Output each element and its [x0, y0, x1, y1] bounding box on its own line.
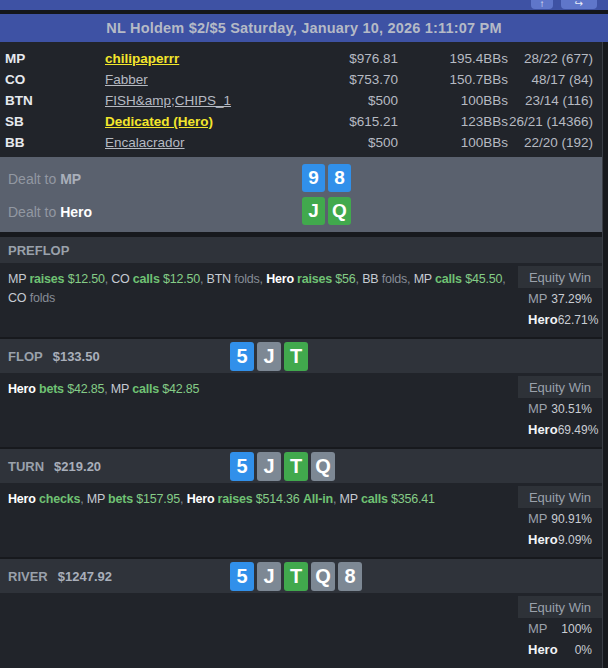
equity-row: Hero0% — [518, 639, 602, 660]
card-5-diamond: 5 — [230, 452, 254, 481]
action-token: $157.95 — [136, 492, 180, 506]
card-J-spade: J — [257, 342, 281, 371]
action-token: Hero — [8, 382, 39, 396]
dealt-player: MP — [60, 171, 81, 187]
action-token: $45.50 — [465, 272, 502, 286]
player-row: BTNFISH&amp;CHIPS_1$500100BBs23/14 (116) — [0, 90, 608, 111]
action-token: MP — [414, 272, 435, 286]
card-J-spade: J — [257, 452, 281, 481]
player-name-link[interactable]: Encalacrador — [105, 135, 185, 150]
dealt-row: Dealt to HeroJQ — [0, 195, 608, 228]
player-stack: $500 — [303, 135, 398, 150]
equity-title: Equity Win — [518, 486, 602, 508]
action-token: $12.50 — [163, 272, 200, 286]
card-Q-spade: Q — [311, 562, 335, 591]
action-line: MP raises $12.50, CO calls $12.50, BTN f… — [8, 270, 520, 289]
action-token: folds — [30, 291, 55, 305]
player-stats: 26/21 (14366) — [508, 114, 593, 129]
player-row: MPchilipaperrr$976.81195.4BBs28/22 (677) — [0, 48, 608, 69]
player-bbs: 100BBs — [398, 135, 508, 150]
equity-player: MP — [528, 621, 548, 636]
card-Q-spade: Q — [311, 452, 335, 481]
player-row: BBEncalacrador$500100BBs22/20 (192) — [0, 132, 608, 153]
player-name-link[interactable]: Fabber — [105, 72, 148, 87]
toolbar-button-share[interactable]: ↪ — [561, 0, 597, 9]
action-token: raises — [29, 272, 67, 286]
top-toolbar: ↑ ↪ — [0, 0, 608, 10]
equity-player: MP — [528, 401, 548, 416]
equity-player: MP — [528, 291, 548, 306]
action-token: $42.85 — [162, 382, 199, 396]
equity-player: MP — [528, 511, 548, 526]
card-J-club: J — [302, 197, 325, 225]
equity-panel: Equity WinMP90.91%Hero9.09% — [518, 486, 602, 550]
player-bbs: 195.4BBs — [398, 51, 508, 66]
street-body-river: Equity WinMP100%Hero0% — [0, 593, 608, 668]
street-body-turn: Hero checks, MP bets $157.95, Hero raise… — [0, 483, 608, 557]
equity-player: Hero — [528, 312, 558, 327]
player-name-cell: Fabber — [105, 72, 303, 87]
action-token: Hero — [266, 272, 297, 286]
equity-panel: Equity WinMP30.51%Hero69.49% — [518, 376, 602, 440]
player-bbs: 123BBs — [398, 114, 508, 129]
player-stack: $753.70 — [303, 72, 398, 87]
player-stack: $500 — [303, 93, 398, 108]
equity-value: 37.29% — [551, 292, 592, 306]
action-token: $12.50 — [68, 272, 105, 286]
streets-container: PREFLOPMP raises $12.50, CO calls $12.50… — [0, 237, 608, 668]
action-token: Hero — [8, 492, 39, 506]
street-name: PREFLOP — [8, 243, 69, 258]
dealt-section: Dealt to MP98Dealt to HeroJQ — [0, 157, 608, 232]
equity-panel: Equity WinMP37.29%Hero62.71% — [518, 266, 602, 330]
action-token: CO — [111, 272, 133, 286]
action-line: Hero bets $42.85, MP calls $42.85 — [8, 380, 520, 399]
equity-player: Hero — [528, 532, 558, 547]
hand-history-window: ↑ ↪ NL Holdem $2/$5 Saturday, January 10… — [0, 0, 608, 668]
action-token: MP — [87, 492, 108, 506]
action-token: calls — [361, 492, 391, 506]
player-position: BB — [5, 135, 105, 150]
equity-value: 90.91% — [551, 512, 592, 526]
player-name-cell: chilipaperrr — [105, 51, 303, 66]
board-cards: 5JT — [230, 342, 308, 371]
action-token: $56 — [335, 272, 355, 286]
action-token: , — [502, 272, 505, 286]
action-token: calls — [435, 272, 465, 286]
player-bbs: 100BBs — [398, 93, 508, 108]
player-name-link[interactable]: chilipaperrr — [105, 51, 179, 66]
equity-title: Equity Win — [518, 266, 602, 288]
street-name: RIVER — [8, 569, 48, 584]
board-cards: 5JTQ — [230, 452, 335, 481]
action-token: BB — [362, 272, 382, 286]
player-name-link[interactable]: Dedicated (Hero) — [105, 114, 213, 129]
share-icon: ↪ — [575, 0, 583, 9]
street-body-flop: Hero bets $42.85, MP calls $42.85Equity … — [0, 373, 608, 447]
street-name: FLOP — [8, 349, 43, 364]
player-stats: 48/17 (84) — [508, 72, 593, 87]
equity-value: 100% — [561, 622, 592, 636]
equity-row: Hero69.49% — [518, 419, 602, 440]
hole-cards: 98 — [302, 164, 351, 192]
equity-value: 0% — [575, 643, 592, 657]
pot-amount: $1247.92 — [58, 569, 112, 584]
card-5-diamond: 5 — [230, 562, 254, 591]
scrollbar-track[interactable] — [602, 42, 608, 668]
toolbar-button-up[interactable]: ↑ — [531, 0, 553, 9]
equity-value: 69.49% — [558, 423, 599, 437]
equity-value: 62.71% — [558, 313, 599, 327]
card-8-diamond: 8 — [328, 164, 351, 192]
action-line: CO folds — [8, 289, 520, 308]
card-5-diamond: 5 — [230, 342, 254, 371]
card-J-spade: J — [257, 562, 281, 591]
equity-title: Equity Win — [518, 376, 602, 398]
card-T-club: T — [284, 452, 308, 481]
action-token: $356.41 — [391, 492, 435, 506]
equity-value: 30.51% — [551, 402, 592, 416]
dealt-player: Hero — [60, 204, 92, 220]
card-8-spade: 8 — [338, 562, 362, 591]
player-stats: 28/22 (677) — [508, 51, 593, 66]
player-row: SBDedicated (Hero)$615.21123BBs26/21 (14… — [0, 111, 608, 132]
action-token: calls — [132, 382, 162, 396]
player-name-link[interactable]: FISH&amp;CHIPS_1 — [105, 93, 231, 108]
up-arrow-icon: ↑ — [540, 0, 545, 9]
